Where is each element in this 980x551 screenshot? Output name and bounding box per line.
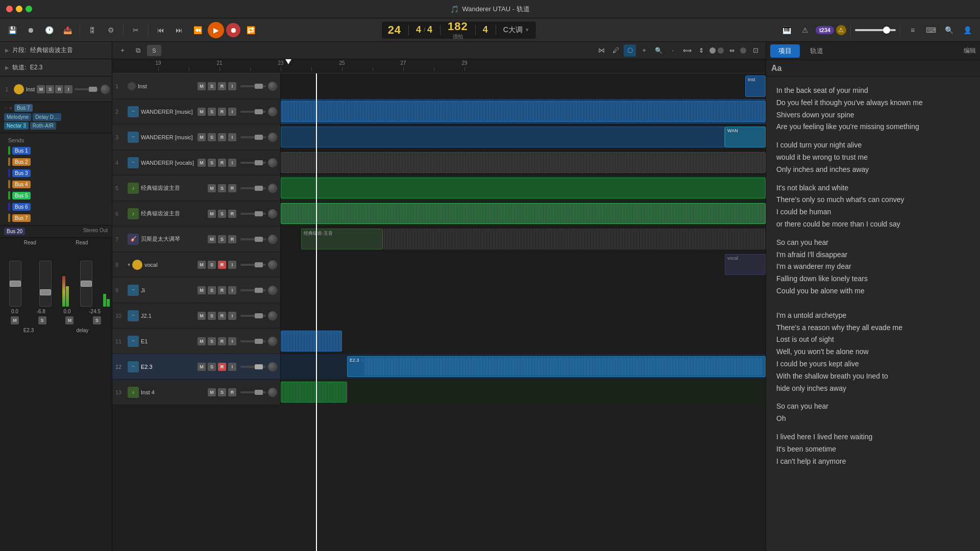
t3-s[interactable]: S: [208, 133, 216, 141]
t3-m[interactable]: M: [198, 133, 206, 141]
arrange-tool-btn[interactable]: +: [638, 44, 650, 57]
fader-3-track[interactable]: [80, 261, 92, 307]
t8-yellow[interactable]: [132, 260, 142, 270]
track-1-record-btn[interactable]: [14, 84, 24, 94]
track-1-clips[interactable]: Inst: [281, 73, 766, 98]
lyrics-content[interactable]: In the back seat of your mind Do you fee…: [766, 77, 980, 551]
t7-fader[interactable]: [240, 238, 266, 240]
t13-m[interactable]: M: [208, 388, 216, 396]
t12-m[interactable]: M: [198, 363, 206, 371]
track-1-mute[interactable]: M: [37, 85, 45, 93]
mixer-btn[interactable]: ⚙: [103, 23, 119, 37]
bus2-badge[interactable]: Bus 2: [12, 158, 31, 166]
user-badge[interactable]: t234: [816, 26, 834, 34]
track-4-clips[interactable]: [281, 150, 766, 175]
delay-badge[interactable]: Delay D…: [33, 113, 61, 121]
t4-m[interactable]: M: [198, 159, 206, 167]
t2-m[interactable]: M: [198, 108, 206, 116]
tab-project[interactable]: 项目: [770, 44, 800, 58]
t5-s[interactable]: S: [218, 184, 226, 192]
track-12-clip[interactable]: E2.3 ○: [347, 356, 766, 377]
settings-btn[interactable]: ⚠: [797, 23, 814, 37]
track-3-wan-clip[interactable]: WAN: [725, 127, 766, 147]
t8-m[interactable]: M: [198, 261, 206, 269]
t9-fader[interactable]: [240, 289, 266, 291]
t10-s[interactable]: S: [208, 312, 216, 320]
t2-r[interactable]: R: [218, 108, 226, 116]
track-8-clips[interactable]: vocal: [281, 252, 766, 277]
t9-vol[interactable]: [268, 286, 277, 295]
midi-btn[interactable]: 🎹: [779, 23, 795, 37]
t4-r[interactable]: R: [218, 159, 226, 167]
play-btn[interactable]: ▶: [208, 22, 224, 38]
bus7-badge[interactable]: Bus 7: [14, 104, 33, 112]
bus5-badge[interactable]: Bus 5: [12, 192, 31, 199]
t4-fader[interactable]: [240, 162, 266, 164]
t8-s[interactable]: S: [208, 261, 216, 269]
list-view-btn[interactable]: ≡: [904, 23, 921, 37]
arrange-panel-btn[interactable]: ⊡: [749, 44, 762, 57]
breadcrumb-segment[interactable]: 经典锯齿波主音: [30, 46, 73, 54]
t10-i[interactable]: I: [228, 312, 236, 320]
master-solo-2[interactable]: S: [93, 316, 101, 324]
t3-r[interactable]: R: [218, 133, 226, 141]
rewind-btn[interactable]: ⏮: [153, 23, 169, 37]
t1-vol[interactable]: [268, 82, 277, 91]
t9-s[interactable]: S: [208, 286, 216, 294]
track-7-clips[interactable]: 经典锯齿-主音: [281, 227, 766, 252]
t12-fader[interactable]: [240, 366, 266, 368]
save-btn[interactable]: ⏺: [22, 23, 39, 37]
t8-fader[interactable]: [240, 264, 266, 266]
track-5-clips[interactable]: [281, 176, 766, 201]
track-3-clip-main[interactable]: [281, 127, 725, 147]
track-1-fader[interactable]: [75, 88, 99, 90]
t13-fader[interactable]: [240, 391, 266, 393]
t8-i[interactable]: I: [228, 261, 236, 269]
bus4-badge[interactable]: Bus 4: [12, 181, 31, 188]
piano-roll-btn[interactable]: ⌨: [923, 23, 939, 37]
read-btn-2[interactable]: Read: [76, 240, 88, 245]
bus20-badge[interactable]: Bus 20: [4, 228, 25, 235]
arrange-select-btn[interactable]: ⬡: [624, 44, 636, 57]
t9-m[interactable]: M: [198, 286, 206, 294]
master-mute-1[interactable]: M: [11, 316, 19, 324]
arrange-view-btn[interactable]: ⇕: [695, 44, 707, 57]
t4-s[interactable]: S: [208, 159, 216, 167]
master-solo-1[interactable]: S: [38, 316, 46, 324]
snap-btn[interactable]: ⋈: [595, 44, 607, 57]
t11-s[interactable]: S: [208, 337, 216, 345]
master-mute-2[interactable]: M: [65, 316, 74, 324]
track-6-clip[interactable]: [281, 203, 766, 224]
track-7-label-clip[interactable]: 经典锯齿-主音: [301, 229, 383, 249]
track-header-name[interactable]: E2.3: [30, 64, 43, 71]
goto-start-btn[interactable]: ⏪: [189, 23, 206, 37]
t3-i[interactable]: I: [228, 133, 236, 141]
t4-i[interactable]: I: [228, 159, 236, 167]
track-13-clips[interactable]: [281, 380, 766, 405]
t5-vol[interactable]: [268, 184, 277, 193]
arrange-add-btn[interactable]: +: [116, 44, 129, 57]
t10-vol[interactable]: [268, 311, 277, 320]
t4-vol[interactable]: [268, 158, 277, 167]
t10-fader[interactable]: [240, 315, 266, 317]
loop-btn[interactable]: 🔁: [242, 23, 259, 37]
t11-i[interactable]: I: [228, 337, 236, 345]
t7-vol[interactable]: [268, 235, 277, 244]
t6-fader[interactable]: [240, 213, 266, 215]
t3-fader[interactable]: [240, 136, 266, 138]
arrange-zoom-out[interactable]: 🔍: [652, 44, 665, 57]
fast-forward-btn[interactable]: ⏭: [171, 23, 187, 37]
track-13-clip[interactable]: [281, 382, 347, 403]
t6-r[interactable]: R: [228, 210, 236, 218]
t7-r[interactable]: R: [228, 235, 236, 243]
track-9-clips[interactable]: [281, 278, 766, 303]
t12-i[interactable]: I: [228, 363, 236, 371]
track-10-clips[interactable]: [281, 303, 766, 328]
t13-vol[interactable]: [268, 388, 277, 397]
t11-fader[interactable]: [240, 340, 266, 342]
key-display[interactable]: C大调 ▼: [503, 26, 530, 35]
t10-r[interactable]: R: [218, 312, 226, 320]
bus1-badge[interactable]: Bus 1: [12, 147, 31, 155]
track-11-clips[interactable]: [281, 329, 766, 354]
read-btn-1[interactable]: Read: [24, 240, 36, 245]
